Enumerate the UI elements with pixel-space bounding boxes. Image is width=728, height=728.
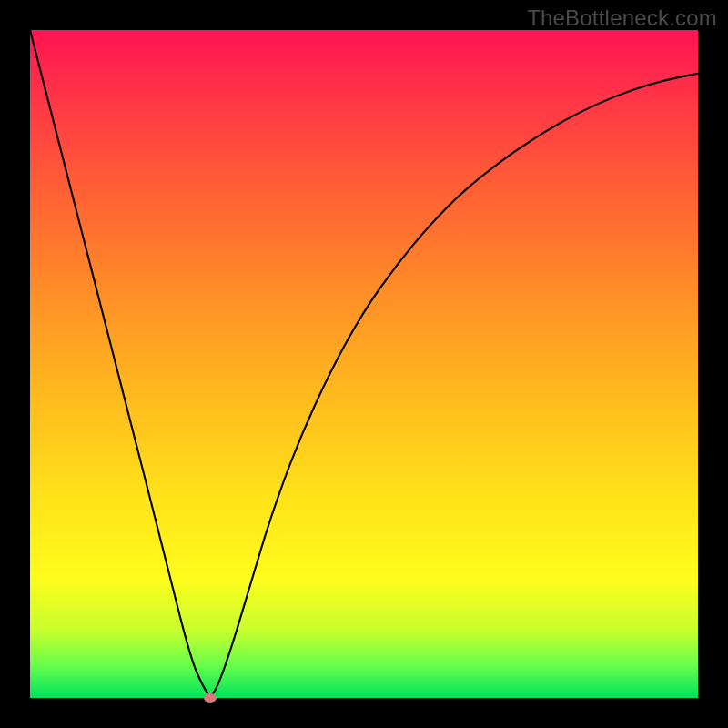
chart-frame: TheBottleneck.com: [0, 0, 728, 728]
watermark-text: TheBottleneck.com: [527, 5, 717, 31]
bottleneck-curve: [30, 30, 698, 698]
minimum-marker: [204, 693, 217, 703]
curve-path: [30, 30, 698, 694]
plot-area: [30, 30, 698, 698]
